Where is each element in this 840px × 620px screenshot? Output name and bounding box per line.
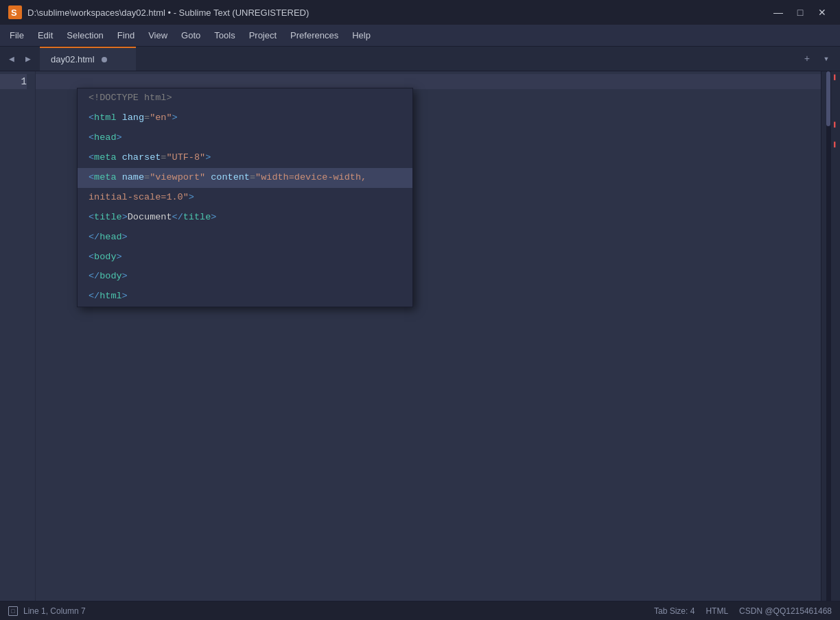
error-indicator-1: ▌ — [834, 74, 837, 80]
menu-selection[interactable]: Selection — [60, 27, 110, 43]
ac-item-8[interactable]: <body> — [78, 248, 412, 267]
svg-text:S: S — [11, 8, 17, 18]
minimap[interactable] — [821, 71, 830, 601]
status-bar-left: □ Line 1, Column 7 — [8, 606, 86, 616]
ac-item-0[interactable]: <!DOCTYPE html> — [78, 88, 412, 108]
ac-item-7[interactable]: </head> — [78, 228, 412, 248]
menu-goto[interactable]: Goto — [174, 27, 207, 43]
tab-dropdown-button[interactable]: ▾ — [818, 51, 835, 67]
menu-view[interactable]: View — [141, 27, 174, 43]
editor-container: 1 html:5 <!DOCTYPE html> <html lang="en"… — [0, 71, 840, 601]
right-panel: ▌ ▌ ▌ — [830, 71, 840, 601]
line-number-1: 1 — [0, 74, 27, 89]
menu-bar: File Edit Selection Find View Goto Tools… — [0, 25, 840, 47]
new-tab-button[interactable]: + — [799, 51, 815, 67]
tab-modified-dot — [102, 57, 107, 62]
csdn-label: CSDN @QQ1215461468 — [739, 606, 832, 616]
ac-item-9[interactable]: </body> — [78, 267, 412, 287]
error-indicator-2: ▌ — [834, 121, 837, 128]
language-mode[interactable]: HTML — [705, 606, 728, 616]
line-gutter: 1 — [0, 71, 36, 601]
ac-item-3[interactable]: <meta charset="UTF-8"> — [78, 148, 412, 168]
menu-file[interactable]: File — [3, 27, 31, 43]
menu-help[interactable]: Help — [345, 27, 377, 43]
ac-item-10[interactable]: </html> — [78, 287, 412, 307]
minimap-scroll[interactable] — [826, 71, 830, 601]
title-bar: S D:\sublime\workspaces\day02.html • - S… — [0, 0, 840, 25]
title-text: D:\sublime\workspaces\day02.html • - Sub… — [27, 8, 309, 18]
tab-bar: ◀ ▶ day02.html + ▾ — [0, 47, 840, 71]
ac-item-6[interactable]: <title>Document</title> — [78, 208, 412, 228]
close-button[interactable]: ✕ — [813, 3, 832, 22]
menu-project[interactable]: Project — [242, 27, 283, 43]
error-indicator-3: ▌ — [834, 141, 837, 147]
tab-filename: day02.html — [51, 54, 95, 64]
active-tab[interactable]: day02.html — [40, 47, 136, 71]
ac-item-1[interactable]: <html lang="en"> — [78, 108, 412, 128]
autocomplete-popup: <!DOCTYPE html> <html lang="en"> <head> … — [77, 88, 413, 307]
tab-actions: + ▾ — [793, 47, 840, 71]
title-bar-left: S D:\sublime\workspaces\day02.html • - S… — [8, 5, 309, 19]
window-controls: — □ ✕ — [769, 3, 832, 22]
menu-find[interactable]: Find — [110, 27, 141, 43]
status-bar: □ Line 1, Column 7 Tab Size: 4 HTML CSDN… — [0, 601, 840, 620]
status-icon: □ — [8, 606, 18, 616]
ac-item-4[interactable]: <meta name="viewport" content="width=dev… — [78, 168, 412, 188]
tab-nav: ◀ ▶ — [0, 47, 40, 71]
minimap-thumb[interactable] — [826, 71, 830, 126]
menu-edit[interactable]: Edit — [31, 27, 60, 43]
app-icon: S — [8, 5, 22, 19]
status-bar-right: Tab Size: 4 HTML CSDN @QQ1215461468 — [654, 606, 832, 616]
maximize-button[interactable]: □ — [791, 3, 810, 22]
code-area[interactable]: html:5 <!DOCTYPE html> <html lang="en"> … — [36, 71, 821, 601]
minimize-button[interactable]: — — [769, 3, 788, 22]
ac-item-5[interactable]: initial-scale=1.0"> — [78, 188, 412, 208]
menu-tools[interactable]: Tools — [207, 27, 242, 43]
menu-preferences[interactable]: Preferences — [283, 27, 345, 43]
tab-next-button[interactable]: ▶ — [21, 51, 36, 67]
ac-item-2[interactable]: <head> — [78, 128, 412, 148]
tab-prev-button[interactable]: ◀ — [4, 51, 19, 67]
cursor-position[interactable]: Line 1, Column 7 — [23, 606, 86, 616]
tab-size[interactable]: Tab Size: 4 — [654, 606, 695, 616]
